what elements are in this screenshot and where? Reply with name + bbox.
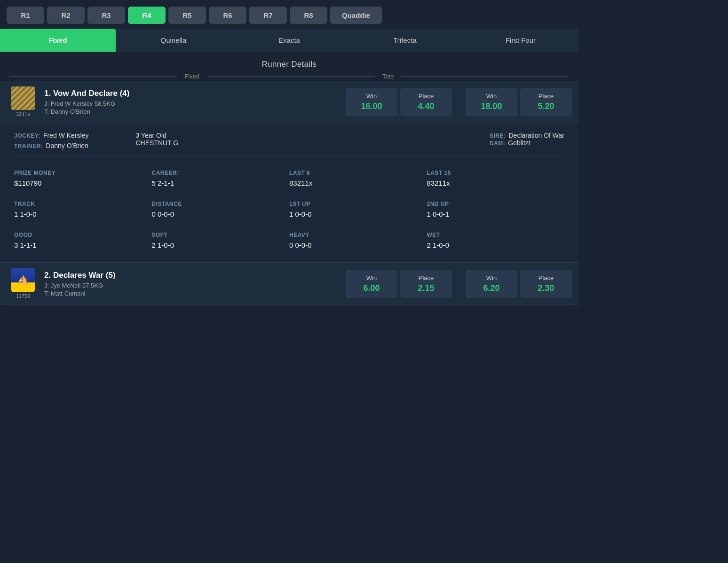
last6-label: LAST 6 xyxy=(289,170,427,176)
silk-image-2 xyxy=(11,268,35,292)
wet-value: 2 1-0-0 xyxy=(427,241,565,249)
soft-label: SOFT xyxy=(152,232,290,238)
place-label: Place xyxy=(405,93,447,100)
bet-tab-fixed[interactable]: Fixed xyxy=(0,29,116,52)
secondup-value: 1 0-0-1 xyxy=(427,210,565,218)
heavy-label: HEAVY xyxy=(289,232,427,238)
race-tab-r1[interactable]: R1 xyxy=(7,7,44,24)
runner-name-2: 2. Declares War (5) xyxy=(44,271,346,280)
silk-image-1 xyxy=(11,86,35,110)
last15-cell: LAST 15 83211x xyxy=(427,163,565,194)
runner-trainer-1: T: Danny O'Brien xyxy=(44,108,346,115)
wet-cell: WET 2 1-0-0 xyxy=(427,225,565,256)
section-title: Runner Details xyxy=(0,52,578,73)
fixed-win-cell-2[interactable]: Win 6.00 xyxy=(346,270,397,298)
fixed-win-value-2: 6.00 xyxy=(350,283,393,293)
tote-column-label: Tote xyxy=(375,73,402,80)
fixed-win-value-1: 16.00 xyxy=(350,102,393,111)
bet-tab-firstfour[interactable]: First Four xyxy=(463,29,578,52)
distance-cell: DISTANCE 0 0-0-0 xyxy=(152,194,290,225)
fixed-column-label: Fixed xyxy=(177,73,207,80)
race-tab-quaddie[interactable]: Quaddie xyxy=(330,7,382,24)
color-value-1: CHESTNUT G xyxy=(135,139,178,147)
detail-top-row-1: JOCKEY: Fred W Kersley TRAINER: Danny O'… xyxy=(14,132,564,156)
wet-label: WET xyxy=(427,232,565,238)
dam-label: DAM: xyxy=(490,140,505,147)
tote-place-cell-1[interactable]: Place 5.20 xyxy=(520,88,572,116)
silk-code-1: 3211x xyxy=(16,111,30,117)
career-label: CAREER: xyxy=(152,170,290,176)
race-tab-r7[interactable]: R7 xyxy=(249,7,287,24)
fixed-win-cell-1[interactable]: Win 16.00 xyxy=(346,88,397,116)
right-divider xyxy=(401,76,569,77)
soft-cell: SOFT 2 1-0-0 xyxy=(152,225,290,256)
jockey-trainer-col: JOCKEY: Fred W Kersley TRAINER: Danny O'… xyxy=(14,132,88,149)
jockey-row: JOCKEY: Fred W Kersley xyxy=(14,132,88,139)
place-label-2: Place xyxy=(405,274,447,282)
jockey-value-1: Fred W Kersley xyxy=(43,132,88,139)
fixed-place-cell-1[interactable]: Place 4.40 xyxy=(400,88,452,116)
bet-tab-exacta[interactable]: Exacta xyxy=(231,29,347,52)
last6-cell: LAST 6 83211x xyxy=(289,163,427,194)
sire-dam-col: SIRE: Declaration Of War DAM: Geblitzt xyxy=(490,132,564,149)
runner-silk-2: 11759 xyxy=(7,268,40,299)
race-tab-r8[interactable]: R8 xyxy=(290,7,327,24)
secondup-cell: 2ND UP 1 0-0-1 xyxy=(427,194,565,225)
runner-row-1: 3211x 1. Vow And Declare (4) J: Fred W K… xyxy=(0,81,578,123)
race-tab-r6[interactable]: R6 xyxy=(209,7,246,24)
mid-divider xyxy=(207,76,375,77)
runner-trainer-2: T: Matt Cumani xyxy=(44,290,346,297)
odds-separator-2 xyxy=(459,272,459,296)
secondup-label: 2ND UP xyxy=(427,201,565,207)
fixed-place-value-2: 2.15 xyxy=(405,283,447,293)
left-divider xyxy=(9,76,177,77)
race-tab-r3[interactable]: R3 xyxy=(87,7,125,24)
good-value: 3 1-1-1 xyxy=(14,241,152,249)
track-cell: TRACK 1 1-0-0 xyxy=(14,194,152,225)
bet-tab-trifecta[interactable]: Trifecta xyxy=(347,29,463,52)
trainer-label: TRAINER: xyxy=(14,143,43,149)
runner-odds-2: Win 6.00 Place 2.15 Win 6.20 Place 2.30 xyxy=(346,270,572,298)
race-tab-r2[interactable]: R2 xyxy=(47,7,85,24)
heavy-value: 0 0-0-0 xyxy=(289,241,427,249)
tote-win-label: Win xyxy=(470,93,513,100)
prize-money-label: PRIZE MONEY xyxy=(14,170,152,176)
good-label: GOOD xyxy=(14,232,152,238)
firstup-label: 1ST UP xyxy=(289,201,427,207)
tote-win-cell-1[interactable]: Win 18.00 xyxy=(466,88,517,116)
trainer-row: TRAINER: Danny O'Brien xyxy=(14,142,88,149)
tote-place-value-2: 2.30 xyxy=(525,283,567,293)
race-tabs-container: R1 R2 R3 R4 R5 R6 R7 R8 Quaddie xyxy=(0,0,578,29)
soft-value: 2 1-0-0 xyxy=(152,241,290,249)
runner-info-1: 1. Vow And Declare (4) J: Fred W Kersley… xyxy=(40,89,346,115)
runner-row-2: 11759 2. Declares War (5) J: Jye McNeil … xyxy=(0,263,578,305)
tote-place-label-2: Place xyxy=(525,274,567,282)
runner-name-1: 1. Vow And Declare (4) xyxy=(44,89,346,98)
dam-row: DAM: Geblitzt xyxy=(490,139,564,147)
tote-place-cell-2[interactable]: Place 2.30 xyxy=(520,270,572,298)
dam-value-1: Geblitzt xyxy=(508,139,530,147)
fixed-place-cell-2[interactable]: Place 2.15 xyxy=(400,270,452,298)
odds-separator-1 xyxy=(459,90,459,114)
bottom-divider xyxy=(7,305,572,305)
tote-win-label-2: Win xyxy=(470,274,513,282)
runner-odds-1: Win 16.00 Place 4.40 Win 18.00 Place 5.2… xyxy=(346,88,572,116)
good-cell: GOOD 3 1-1-1 xyxy=(14,225,152,256)
trainer-value-1: Danny O'Brien xyxy=(46,142,88,149)
win-label-2: Win xyxy=(350,274,393,282)
tote-win-cell-2[interactable]: Win 6.20 xyxy=(466,270,517,298)
career-value: 5 2-1-1 xyxy=(152,179,290,187)
fixed-place-value-1: 4.40 xyxy=(405,102,447,111)
bet-tab-quinella[interactable]: Quinella xyxy=(116,29,231,52)
tote-place-value-1: 5.20 xyxy=(525,102,567,111)
runner-silk-1: 3211x xyxy=(7,86,40,117)
career-cell: CAREER: 5 2-1-1 xyxy=(152,163,290,194)
distance-label: DISTANCE xyxy=(152,201,290,207)
race-tab-r5[interactable]: R5 xyxy=(168,7,206,24)
distance-value: 0 0-0-0 xyxy=(152,210,290,218)
heavy-cell: HEAVY 0 0-0-0 xyxy=(289,225,427,256)
race-tab-r4[interactable]: R4 xyxy=(128,7,166,24)
prize-money-cell: PRIZE MONEY $110790 xyxy=(14,163,152,194)
runner-info-2: 2. Declares War (5) J: Jye McNeil 57.5KG… xyxy=(40,271,346,297)
runner-jockey-1: J: Fred W Kersley 58.5KG xyxy=(44,100,346,107)
